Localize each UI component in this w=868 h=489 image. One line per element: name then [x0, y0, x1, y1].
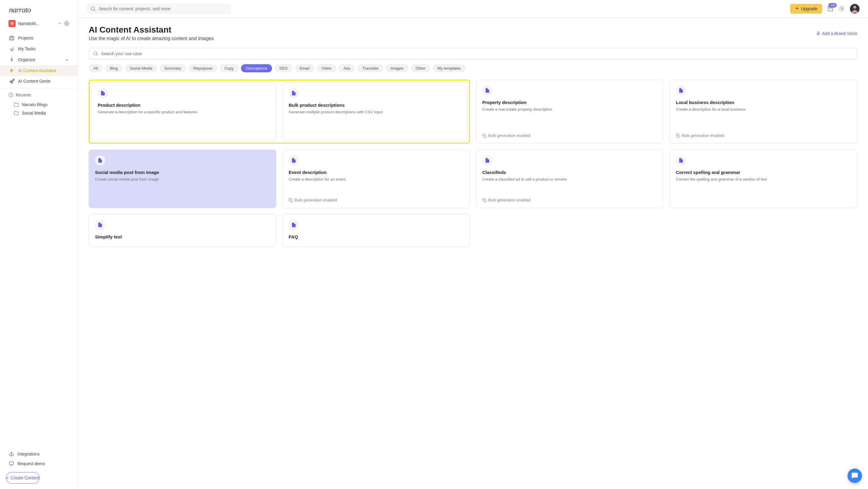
pill-images[interactable]: Images	[386, 64, 408, 72]
page-title: AI Content Assistant	[89, 25, 857, 35]
add-brand-voice-button[interactable]: Add a Brand Voice	[816, 31, 857, 36]
brand-voice-label: Add a Brand Voice	[822, 31, 857, 36]
svg-rect-16	[677, 135, 680, 137]
card-title: Classifieds	[482, 170, 657, 175]
chevron-right-icon: ▸	[66, 57, 68, 62]
card-desc: Generate multiple product descriptions w…	[289, 109, 461, 115]
category-pills: AllBlogSocial MediaSummaryRepurposeCopyD…	[89, 64, 857, 72]
pill-blog[interactable]: Blog	[105, 64, 122, 72]
svg-line-14	[96, 55, 97, 56]
nav-ai-assistant[interactable]: AI Content Assistant	[0, 65, 78, 76]
nav-my-tasks[interactable]: My Tasks	[0, 43, 78, 54]
card-desc: Create a classified ad to sell a product…	[482, 177, 657, 182]
notifications-button[interactable]: 338	[827, 5, 834, 12]
search-icon	[93, 51, 98, 56]
main: Upgrade 338 ? AI Content Assistant Use t…	[78, 0, 868, 489]
usecase-search-input[interactable]	[101, 51, 852, 56]
bulk-label: Bulk generation enabled	[488, 133, 530, 138]
bulk-indicator: Bulk generation enabled	[289, 198, 464, 202]
card-classifieds[interactable]: Classifieds Create a classified ad to se…	[476, 150, 663, 208]
card-bulk-product-descriptions[interactable]: Bulk product descriptions Generate multi…	[282, 82, 467, 141]
content-area: AI Content Assistant Use the magic of AI…	[78, 18, 868, 489]
card-social-media-post-from-image[interactable]: Social media post from image Create soci…	[89, 150, 276, 208]
pill-social-media[interactable]: Social Media	[125, 64, 157, 72]
pill-translate[interactable]: Translate	[358, 64, 383, 72]
svg-rect-15	[484, 135, 486, 137]
card-faq[interactable]: FAQ	[282, 214, 470, 247]
pill-copy[interactable]: Copy	[220, 64, 238, 72]
check-icon	[9, 46, 14, 52]
recent-label: Narrato Blogs	[22, 102, 48, 107]
chat-fab[interactable]	[847, 468, 862, 483]
svg-point-11	[853, 6, 856, 9]
pill-my-templates[interactable]: My templates	[433, 64, 465, 72]
pill-all[interactable]: All	[89, 64, 102, 72]
nav-ai-genie[interactable]: 🚀 AI Content Genie	[0, 76, 78, 86]
chat-icon	[851, 472, 858, 479]
svg-point-0	[66, 23, 67, 24]
recents-label: Recents	[16, 93, 31, 97]
nav-label: Projects	[18, 36, 33, 40]
copy-icon	[482, 134, 487, 138]
rocket-icon: 🚀	[9, 79, 14, 84]
create-content-label: Create Content	[10, 476, 39, 480]
integrations-label: Integrations	[18, 452, 39, 456]
pill-summary[interactable]: Summary	[159, 64, 186, 72]
anchor-icon	[9, 452, 14, 456]
nav-projects[interactable]: Projects	[0, 33, 78, 43]
nav-label: AI Content Genie	[18, 79, 50, 84]
doc-icon	[289, 220, 299, 230]
usecase-search[interactable]	[89, 48, 857, 59]
svg-line-10	[94, 10, 95, 10]
help-button[interactable]: ?	[838, 5, 845, 12]
recent-item[interactable]: Narrato Blogs	[8, 100, 69, 109]
mic-icon	[816, 31, 820, 36]
global-search[interactable]	[86, 4, 231, 14]
bulk-label: Bulk generation enabled	[294, 198, 337, 202]
copy-icon	[482, 198, 487, 202]
integrations-link[interactable]: Integrations	[0, 449, 78, 459]
card-desc: Create a description for an event	[289, 177, 464, 182]
pill-video[interactable]: Video	[317, 64, 336, 72]
pill-descriptions[interactable]: Descriptions	[241, 64, 272, 72]
monitor-icon	[9, 461, 14, 466]
pill-repurpose[interactable]: Repurpose	[188, 64, 217, 72]
card-event-description[interactable]: Event description Create a description f…	[282, 150, 470, 208]
highlighted-cards: Product description Generate a descripti…	[89, 79, 470, 143]
gear-icon[interactable]	[64, 21, 69, 26]
nav-label: AI Content Assistant	[18, 68, 56, 73]
card-title: Product description	[98, 102, 270, 108]
doc-icon	[98, 88, 108, 98]
create-content-button[interactable]: + Create Content	[6, 472, 39, 484]
nav-label: Organize	[18, 57, 35, 62]
doc-icon	[95, 220, 105, 230]
plus-icon: +	[6, 476, 9, 480]
global-search-input[interactable]	[99, 6, 227, 11]
card-simplify-text[interactable]: Simplify text	[89, 214, 276, 247]
logo[interactable]: narrato	[0, 0, 78, 17]
workspace-switcher[interactable]: N NarratoM...	[0, 17, 78, 31]
pill-other[interactable]: Other	[411, 64, 430, 72]
upgrade-button[interactable]: Upgrade	[790, 4, 822, 13]
card-product-description[interactable]: Product description Generate a descripti…	[91, 82, 276, 141]
pill-email[interactable]: Email	[295, 64, 315, 72]
user-avatar[interactable]	[850, 4, 860, 13]
search-icon	[91, 6, 96, 11]
card-desc: Create social media post from image	[95, 177, 270, 182]
pill-seo[interactable]: SEO	[275, 64, 292, 72]
recent-item[interactable]: Social Media	[8, 109, 69, 117]
nav-organize[interactable]: Organize ▸	[0, 54, 78, 65]
card-local-business-description[interactable]: Local business description Create a desc…	[670, 79, 857, 143]
request-demo-link[interactable]: Request demo	[0, 459, 78, 468]
folder-icon	[14, 111, 19, 116]
card-title: Correct spelling and grammar	[676, 170, 851, 175]
pill-ads[interactable]: Ads	[339, 64, 355, 72]
recent-label: Social Media	[22, 111, 46, 116]
sparkle-icon	[795, 7, 799, 11]
card-correct-spelling-grammar[interactable]: Correct spelling and grammar Correct the…	[670, 150, 857, 208]
card-desc: Generate a description for a specific pr…	[98, 109, 270, 115]
svg-rect-18	[484, 200, 486, 202]
card-property-description[interactable]: Property description Create a real estat…	[476, 79, 663, 143]
card-desc: Correct the spelling and grammar of a se…	[676, 177, 851, 182]
card-title: Property description	[482, 100, 657, 105]
